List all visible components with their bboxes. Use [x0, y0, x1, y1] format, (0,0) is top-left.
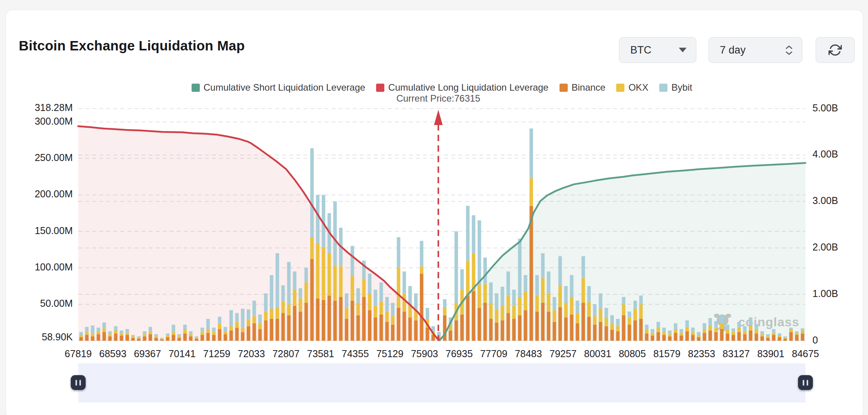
pause-icon [803, 380, 804, 386]
caret-down-icon [679, 48, 687, 52]
legend-item-label: Bybit [671, 82, 692, 93]
legend-swatch-icon [376, 84, 384, 92]
refresh-button[interactable] [816, 37, 855, 63]
current-price-label: Current Price:76315 [396, 93, 481, 104]
legend-item-bybit[interactable]: Bybit [659, 82, 692, 93]
legend-swatch-icon [616, 84, 624, 92]
legend-item-cumulative-short-liquidation-leverage[interactable]: Cumulative Short Liquidation Leverage [192, 82, 366, 93]
legend-swatch-icon [192, 84, 200, 92]
page: Bitcoin Exchange Liquidation Map BTC 7 d… [0, 0, 868, 415]
slider-handle-right[interactable] [798, 375, 813, 390]
zoom-slider-track[interactable] [78, 363, 805, 402]
symbol-select[interactable]: BTC [619, 37, 696, 63]
legend-item-label: Cumulative Short Liquidation Leverage [204, 82, 366, 93]
legend-item-okx[interactable]: OKX [616, 82, 648, 93]
pause-icon [79, 380, 81, 386]
legend-item-label: Binance [572, 82, 606, 93]
period-select-value: 7 day [720, 44, 746, 56]
refresh-icon [829, 43, 842, 57]
slider-handle-left[interactable] [71, 375, 86, 390]
pause-icon [807, 380, 808, 386]
watermark-text: coinglass [738, 315, 800, 329]
legend-item-cumulative-long-liquidation-leverage[interactable]: Cumulative Long Liquidation Leverage [376, 82, 549, 93]
period-select[interactable]: 7 day [708, 37, 802, 63]
page-title: Bitcoin Exchange Liquidation Map [19, 38, 245, 54]
legend-swatch-icon [560, 84, 568, 92]
legend-item-label: OKX [628, 82, 648, 93]
chart-card [5, 10, 863, 415]
pause-icon [75, 380, 77, 386]
chevron-up-down-icon [786, 45, 793, 55]
chart-legend: Cumulative Short Liquidation LeverageCum… [78, 82, 805, 93]
coinglass-watermark: coinglass [712, 312, 800, 332]
legend-item-binance[interactable]: Binance [560, 82, 606, 93]
legend-swatch-icon [659, 84, 667, 92]
coinglass-bull-icon [712, 312, 733, 332]
symbol-select-value: BTC [630, 44, 651, 56]
legend-item-label: Cumulative Long Liquidation Leverage [388, 82, 549, 93]
